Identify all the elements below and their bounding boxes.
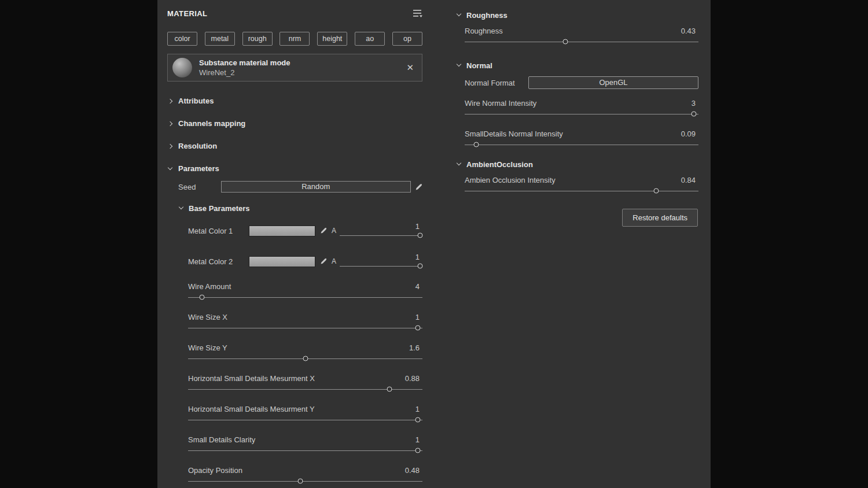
param-value: 4 xyxy=(415,282,422,291)
slider[interactable] xyxy=(188,292,422,302)
slider-handle[interactable] xyxy=(417,233,422,238)
slider-handle[interactable] xyxy=(415,326,420,331)
slider-handle[interactable] xyxy=(303,356,308,361)
eyedropper-icon[interactable] xyxy=(320,227,327,234)
section-attributes[interactable]: Attributes xyxy=(167,90,422,112)
color-swatch[interactable] xyxy=(249,256,315,267)
slider[interactable] xyxy=(188,384,422,394)
param-label: Opacity Position xyxy=(188,466,242,475)
section-resolution[interactable]: Resolution xyxy=(167,135,422,157)
restore-defaults-button[interactable]: Restore defaults xyxy=(622,209,698,227)
eyedropper-icon[interactable] xyxy=(320,258,327,265)
channel-height-button[interactable]: height xyxy=(317,32,347,46)
param-row-wire-normal-intensity: Wire Normal Intensity 3 xyxy=(457,97,698,119)
slider[interactable] xyxy=(340,231,422,239)
material-left-column: MATERIAL color metal rough nrm height ao… xyxy=(167,0,422,488)
alpha-slider-group: 1 xyxy=(340,253,422,270)
param-value: 3 xyxy=(692,99,698,108)
seed-random-button[interactable]: Random xyxy=(221,181,411,193)
param-value: 0.88 xyxy=(405,374,422,383)
material-card-name: WireNet_2 xyxy=(199,68,404,77)
slider-track xyxy=(188,420,422,420)
slider-handle[interactable] xyxy=(474,142,479,147)
param-row-wire-size-x: Wire Size X 1 xyxy=(167,311,422,333)
channel-op-button[interactable]: op xyxy=(392,32,422,46)
channel-nrm-button[interactable]: nrm xyxy=(279,32,310,46)
slider[interactable] xyxy=(188,445,422,456)
slider-handle[interactable] xyxy=(415,417,420,423)
channel-metal-button[interactable]: metal xyxy=(205,32,235,46)
param-row-horizontal-small-details-x: Horizontal Small Details Mesurment X 0.8… xyxy=(167,372,422,394)
param-value: 0.09 xyxy=(681,130,698,138)
material-right-column: Roughness Roughness 0.43 Normal Normal F… xyxy=(457,0,698,227)
channel-buttons: color metal rough nrm height ao op xyxy=(167,32,422,46)
section-parameters[interactable]: Parameters xyxy=(167,157,422,180)
param-value: 1 xyxy=(415,405,422,413)
slider-handle[interactable] xyxy=(654,188,659,194)
section-resolution-label: Resolution xyxy=(178,142,217,150)
slider[interactable] xyxy=(465,139,698,150)
slider-handle[interactable] xyxy=(298,479,303,484)
param-label: Metal Color 2 xyxy=(188,257,249,266)
material-panel: MATERIAL color metal rough nrm height ao… xyxy=(157,0,711,488)
param-label: Horizontal Small Details Mesurment X xyxy=(188,374,315,383)
slider-handle[interactable] xyxy=(415,448,420,453)
slider-track xyxy=(188,328,422,328)
param-value: 1 xyxy=(415,313,422,321)
section-ambient-occlusion[interactable]: AmbientOcclusion xyxy=(457,158,698,170)
slider-handle[interactable] xyxy=(417,264,422,269)
base-parameters-header[interactable]: Base Parameters xyxy=(179,202,422,215)
param-row-small-details-clarity: Small Details Clarity 1 xyxy=(167,434,422,456)
slider[interactable] xyxy=(188,323,422,333)
slider[interactable] xyxy=(465,186,698,196)
param-label: Wire Size X xyxy=(188,313,227,321)
channel-ao-button[interactable]: ao xyxy=(355,32,385,46)
channel-color-button[interactable]: color xyxy=(167,32,197,46)
param-row-smalldetails-normal-intensity: SmallDetails Normal Intensity 0.09 xyxy=(457,128,698,150)
slider[interactable] xyxy=(465,109,698,119)
param-row-opacity-position: Opacity Position 0.48 xyxy=(167,464,422,486)
normal-format-select[interactable]: OpenGL xyxy=(528,76,698,89)
section-channels-mapping[interactable]: Channels mapping xyxy=(167,112,422,135)
color-swatch[interactable] xyxy=(249,225,315,236)
normal-section-label: Normal xyxy=(466,61,492,70)
section-roughness[interactable]: Roughness xyxy=(457,9,698,21)
slider[interactable] xyxy=(188,476,422,486)
section-normal[interactable]: Normal xyxy=(457,60,698,71)
slider-handle[interactable] xyxy=(562,39,568,45)
seed-row: Seed Random xyxy=(167,180,422,194)
material-thumbnail xyxy=(172,58,192,77)
param-label: Metal Color 1 xyxy=(188,227,249,235)
roughness-section-label: Roughness xyxy=(466,11,507,20)
slider-track xyxy=(340,266,422,267)
param-label: Ambien Occlusion Intensity xyxy=(465,176,556,184)
restore-defaults-row: Restore defaults xyxy=(457,209,698,227)
section-attributes-label: Attributes xyxy=(178,97,214,105)
section-parameters-label: Parameters xyxy=(178,164,219,173)
param-label: Small Details Clarity xyxy=(188,435,255,444)
panel-menu-icon[interactable] xyxy=(413,9,422,17)
slider-handle[interactable] xyxy=(691,112,696,117)
section-channels-mapping-label: Channels mapping xyxy=(178,119,245,128)
param-label: Roughness xyxy=(465,27,503,35)
slider[interactable] xyxy=(188,415,422,425)
param-value: 1 xyxy=(340,222,422,231)
slider-track xyxy=(188,450,422,451)
slider[interactable] xyxy=(340,262,422,270)
param-row-metal-color-2: Metal Color 2 A 1 xyxy=(188,250,422,273)
edit-icon[interactable] xyxy=(415,183,422,191)
param-value: 1 xyxy=(415,435,422,444)
channel-rough-button[interactable]: rough xyxy=(242,32,273,46)
param-row-wire-size-y: Wire Size Y 1.6 xyxy=(167,342,422,364)
material-card[interactable]: Substance material mode WireNet_2 ✕ xyxy=(167,54,422,82)
slider[interactable] xyxy=(188,353,422,364)
slider-handle[interactable] xyxy=(200,295,205,300)
param-row-horizontal-small-details-y: Horizontal Small Details Mesurment Y 1 xyxy=(167,403,422,425)
param-value: 0.43 xyxy=(681,27,698,35)
slider[interactable] xyxy=(465,36,698,47)
chevron-down-icon xyxy=(457,161,461,165)
material-card-title: Substance material mode xyxy=(199,58,404,68)
slider-track xyxy=(465,114,698,114)
slider-handle[interactable] xyxy=(387,387,392,392)
close-icon[interactable]: ✕ xyxy=(404,61,416,74)
